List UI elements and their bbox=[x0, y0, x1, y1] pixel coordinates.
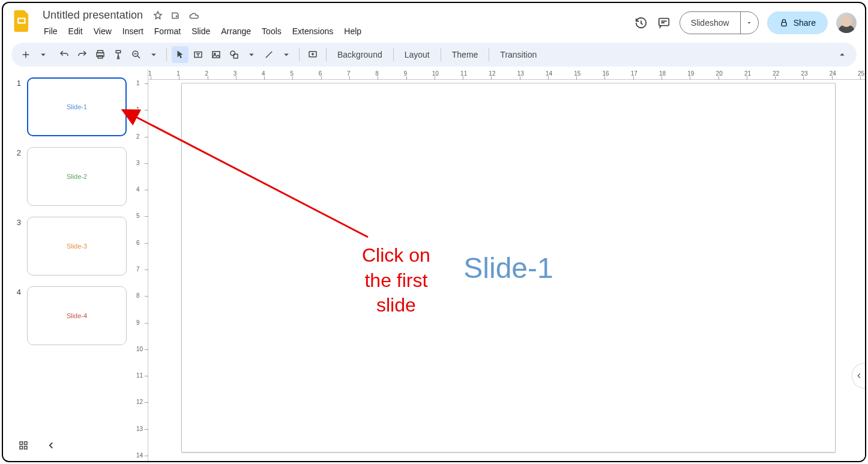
separator bbox=[489, 48, 489, 61]
grid-view-icon[interactable] bbox=[17, 439, 29, 451]
slide-thumbnail-4[interactable]: Slide-4 bbox=[27, 286, 127, 345]
background-button[interactable]: Background bbox=[331, 46, 388, 63]
move-icon[interactable] bbox=[170, 10, 181, 21]
share-label: Share bbox=[794, 18, 816, 28]
svg-rect-15 bbox=[20, 442, 23, 445]
transition-button[interactable]: Transition bbox=[494, 46, 543, 63]
separator bbox=[441, 48, 441, 61]
line-tool[interactable] bbox=[261, 46, 277, 63]
separator bbox=[299, 48, 300, 61]
svg-rect-16 bbox=[25, 442, 28, 445]
layout-button[interactable]: Layout bbox=[399, 46, 436, 63]
comment-add-button[interactable] bbox=[304, 46, 321, 63]
thumbnail-label: Slide-1 bbox=[67, 103, 87, 110]
slideshow-label: Slideshow bbox=[680, 18, 740, 28]
menu-slide[interactable]: Slide bbox=[187, 24, 215, 38]
menu-format[interactable]: Format bbox=[149, 24, 185, 38]
zoom-button[interactable] bbox=[128, 46, 145, 63]
thumbnail-label: Slide-3 bbox=[67, 243, 87, 250]
theme-button[interactable]: Theme bbox=[446, 46, 484, 63]
new-slide-button[interactable] bbox=[17, 46, 34, 63]
chevron-left-icon[interactable] bbox=[45, 439, 57, 451]
annotation-arrow bbox=[116, 105, 392, 261]
slideshow-button[interactable]: Slideshow bbox=[680, 11, 759, 34]
cloud-icon[interactable] bbox=[188, 10, 199, 21]
slide-content-text: Slide-1 bbox=[463, 252, 553, 285]
slide-number: 4 bbox=[3, 286, 27, 297]
separator bbox=[326, 48, 327, 61]
svg-point-11 bbox=[231, 51, 235, 56]
line-caret-icon[interactable] bbox=[279, 46, 294, 63]
slides-logo[interactable] bbox=[11, 10, 33, 32]
textbox-tool[interactable] bbox=[190, 46, 206, 63]
zoom-caret-icon[interactable] bbox=[146, 46, 161, 63]
menu-view[interactable]: View bbox=[89, 24, 116, 38]
image-tool[interactable] bbox=[208, 46, 225, 63]
separator bbox=[166, 48, 167, 61]
history-icon[interactable] bbox=[634, 16, 648, 30]
svg-rect-18 bbox=[25, 447, 28, 450]
menu-insert[interactable]: Insert bbox=[118, 24, 148, 38]
paint-format-button[interactable] bbox=[110, 46, 127, 63]
comment-icon[interactable] bbox=[657, 16, 671, 30]
shape-caret-icon[interactable] bbox=[244, 46, 259, 63]
menu-extensions[interactable]: Extensions bbox=[288, 24, 338, 38]
slide-thumbnail-3[interactable]: Slide-3 bbox=[27, 217, 127, 276]
redo-button[interactable] bbox=[74, 46, 91, 63]
slide-number: 2 bbox=[3, 147, 27, 157]
horizontal-ruler: 1123456789101112131415161718192021222324… bbox=[148, 69, 865, 80]
thumbnail-label: Slide-4 bbox=[67, 312, 87, 319]
menu-file[interactable]: File bbox=[39, 24, 62, 38]
slide-thumbnail-1[interactable]: Slide-1 bbox=[27, 77, 127, 136]
print-button[interactable] bbox=[92, 46, 109, 63]
account-avatar[interactable] bbox=[836, 13, 857, 33]
svg-rect-3 bbox=[782, 22, 786, 26]
toolbar: Background Layout Theme Transition bbox=[11, 43, 857, 67]
menu-help[interactable]: Help bbox=[339, 24, 366, 38]
star-icon[interactable] bbox=[152, 10, 163, 21]
slideshow-caret-icon[interactable] bbox=[740, 11, 758, 34]
slide-thumbnail-2[interactable]: Slide-2 bbox=[27, 147, 127, 206]
filmstrip: 1Slide-12Slide-23Slide-34Slide-4 bbox=[3, 69, 134, 461]
shape-tool[interactable] bbox=[226, 46, 243, 63]
thumbnail-label: Slide-2 bbox=[67, 173, 87, 180]
doc-title[interactable]: Untitled presentation bbox=[39, 8, 146, 23]
svg-rect-17 bbox=[20, 447, 23, 450]
svg-rect-1 bbox=[19, 19, 24, 23]
menu-edit[interactable]: Edit bbox=[64, 24, 88, 38]
slide-number: 1 bbox=[3, 77, 27, 88]
svg-line-14 bbox=[134, 116, 368, 237]
lock-icon bbox=[779, 18, 789, 28]
slide-number: 3 bbox=[3, 217, 27, 227]
share-button[interactable]: Share bbox=[767, 11, 828, 34]
menu-arrange[interactable]: Arrange bbox=[216, 24, 256, 38]
separator bbox=[393, 48, 394, 61]
select-tool[interactable] bbox=[172, 46, 188, 63]
collapse-toolbar-icon[interactable] bbox=[834, 46, 851, 63]
menu-tools[interactable]: Tools bbox=[257, 24, 286, 38]
undo-button[interactable] bbox=[56, 46, 73, 63]
svg-rect-2 bbox=[659, 19, 669, 26]
svg-rect-9 bbox=[212, 52, 220, 58]
new-slide-caret-icon[interactable] bbox=[35, 46, 51, 63]
